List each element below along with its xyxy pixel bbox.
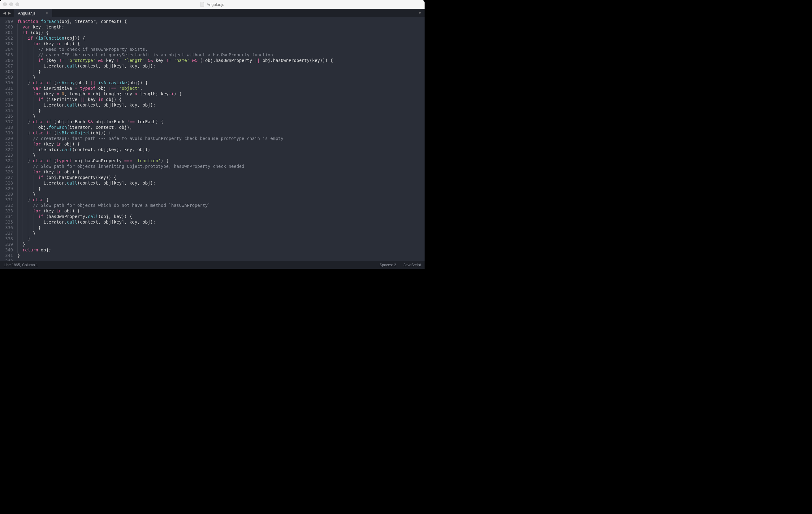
line-number: 304 bbox=[0, 47, 13, 52]
code-line[interactable]: iterator.call(context, obj[key], key, ob… bbox=[17, 180, 425, 186]
line-number: 309 bbox=[0, 74, 13, 80]
code-line[interactable]: } else if (obj.forEach && obj.forEach !=… bbox=[17, 119, 425, 125]
code-line[interactable]: // Slow path for objects which do not ha… bbox=[17, 202, 425, 208]
line-number-gutter: 2993003013023033043053063073083093103113… bbox=[0, 17, 17, 261]
line-number: 317 bbox=[0, 119, 13, 125]
line-number: 337 bbox=[0, 231, 13, 236]
line-number: 334 bbox=[0, 214, 13, 219]
line-number: 329 bbox=[0, 186, 13, 191]
code-line[interactable]: // createMap() fast path --- Safe to avo… bbox=[17, 136, 425, 141]
window-title: Angular.js bbox=[200, 2, 224, 7]
line-number: 323 bbox=[0, 152, 13, 158]
code-content[interactable]: function forEach(obj, iterator, context)… bbox=[17, 17, 425, 261]
code-line[interactable]: // Slow path for objects inheriting Obje… bbox=[17, 163, 425, 169]
code-line[interactable]: } bbox=[17, 74, 425, 80]
code-line[interactable]: iterator.call(context, obj[key], key, ob… bbox=[17, 63, 425, 69]
line-number: 339 bbox=[0, 242, 13, 247]
code-line[interactable]: if (isFunction(obj)) { bbox=[17, 35, 425, 41]
line-number: 321 bbox=[0, 141, 13, 147]
code-line[interactable]: // as on IE8 the result of querySelector… bbox=[17, 52, 425, 58]
code-line[interactable]: } else { bbox=[17, 197, 425, 202]
line-number: 312 bbox=[0, 91, 13, 97]
code-line[interactable]: // Need to check if hasOwnProperty exist… bbox=[17, 47, 425, 52]
code-line[interactable]: } bbox=[17, 236, 425, 242]
line-number: 319 bbox=[0, 130, 13, 136]
line-number: 316 bbox=[0, 113, 13, 119]
line-number: 333 bbox=[0, 208, 13, 214]
code-line[interactable]: for (key = 0, length = obj.length; key <… bbox=[17, 91, 425, 97]
language-mode[interactable]: JavaScript bbox=[404, 263, 421, 267]
code-line[interactable]: iterator.call(context, obj[key], key, ob… bbox=[17, 219, 425, 225]
code-line[interactable]: iterator.call(context, obj[key], key, ob… bbox=[17, 102, 425, 108]
code-line[interactable]: } bbox=[17, 242, 425, 247]
statusbar: Line 1865, Column 1 Spaces: 2 JavaScript bbox=[0, 261, 425, 269]
indentation-setting[interactable]: Spaces: 2 bbox=[380, 263, 396, 267]
code-line[interactable]: if (key != 'prototype' && key != 'length… bbox=[17, 58, 425, 63]
code-line[interactable]: } bbox=[17, 113, 425, 119]
editor-window: Angular.js ◀ ▶ Angular.js × ▼ 2993003013… bbox=[0, 0, 425, 269]
zoom-window-button[interactable] bbox=[16, 2, 19, 6]
code-line[interactable]: } bbox=[17, 108, 425, 113]
tabbar-menu[interactable]: ▼ bbox=[415, 9, 425, 17]
code-line[interactable]: if (obj) { bbox=[17, 30, 425, 35]
line-number: 325 bbox=[0, 163, 13, 169]
line-number: 301 bbox=[0, 30, 13, 35]
line-number: 327 bbox=[0, 174, 13, 180]
line-number: 300 bbox=[0, 24, 13, 30]
code-line[interactable]: } bbox=[17, 231, 425, 236]
code-line[interactable]: return obj; bbox=[17, 247, 425, 253]
code-line[interactable]: } bbox=[17, 69, 425, 74]
code-line[interactable]: } bbox=[17, 191, 425, 197]
close-window-button[interactable] bbox=[3, 2, 7, 6]
code-line[interactable]: } bbox=[17, 253, 425, 258]
line-number: 310 bbox=[0, 80, 13, 85]
line-number: 338 bbox=[0, 236, 13, 242]
line-number: 328 bbox=[0, 180, 13, 186]
line-number: 314 bbox=[0, 102, 13, 108]
code-line[interactable]: } bbox=[17, 152, 425, 158]
line-number: 307 bbox=[0, 63, 13, 69]
code-line[interactable]: var isPrimitive = typeof obj !== 'object… bbox=[17, 85, 425, 91]
cursor-position[interactable]: Line 1865, Column 1 bbox=[4, 263, 38, 267]
line-number: 299 bbox=[0, 19, 13, 24]
line-number: 318 bbox=[0, 125, 13, 130]
titlebar[interactable]: Angular.js bbox=[0, 0, 425, 9]
tabbar: ◀ ▶ Angular.js × ▼ bbox=[0, 9, 425, 17]
code-line[interactable]: var key, length; bbox=[17, 24, 425, 30]
code-line[interactable]: obj.forEach(iterator, context, obj); bbox=[17, 125, 425, 130]
code-line[interactable]: if (isPrimitive || key in obj) { bbox=[17, 97, 425, 102]
code-line[interactable]: for (key in obj) { bbox=[17, 41, 425, 47]
code-line[interactable]: if (hasOwnProperty.call(obj, key)) { bbox=[17, 214, 425, 219]
window-controls bbox=[3, 2, 19, 6]
line-number: 315 bbox=[0, 108, 13, 113]
line-number: 322 bbox=[0, 147, 13, 152]
code-editor[interactable]: 2993003013023033043053063073083093103113… bbox=[0, 17, 425, 261]
code-line[interactable]: } bbox=[17, 225, 425, 231]
code-line[interactable]: function forEach(obj, iterator, context)… bbox=[17, 19, 425, 24]
code-line[interactable]: } else if (typeof obj.hasOwnProperty ===… bbox=[17, 158, 425, 163]
code-line[interactable]: } else if (isBlankObject(obj)) { bbox=[17, 130, 425, 136]
nav-arrows: ◀ ▶ bbox=[0, 9, 13, 17]
code-line[interactable]: } bbox=[17, 186, 425, 191]
code-line[interactable]: if (obj.hasOwnProperty(key)) { bbox=[17, 174, 425, 180]
minimize-window-button[interactable] bbox=[9, 2, 13, 6]
line-number: 340 bbox=[0, 247, 13, 253]
code-line[interactable]: for (key in obj) { bbox=[17, 208, 425, 214]
code-line[interactable] bbox=[17, 258, 425, 261]
tab-angular-js[interactable]: Angular.js × bbox=[13, 9, 53, 17]
line-number: 320 bbox=[0, 136, 13, 141]
nav-back-button[interactable]: ◀ bbox=[2, 11, 7, 15]
nav-forward-button[interactable]: ▶ bbox=[7, 11, 12, 15]
code-line[interactable]: iterator.call(context, obj[key], key, ob… bbox=[17, 147, 425, 152]
code-line[interactable]: for (key in obj) { bbox=[17, 169, 425, 174]
line-number: 341 bbox=[0, 253, 13, 258]
line-number: 331 bbox=[0, 197, 13, 202]
code-line[interactable]: } else if (isArray(obj) || isArrayLike(o… bbox=[17, 80, 425, 85]
line-number: 335 bbox=[0, 219, 13, 225]
tab-label: Angular.js bbox=[18, 11, 36, 16]
tab-close-button[interactable]: × bbox=[46, 10, 48, 16]
code-line[interactable]: for (key in obj) { bbox=[17, 141, 425, 147]
line-number: 342 bbox=[0, 258, 13, 261]
line-number: 303 bbox=[0, 41, 13, 47]
line-number: 308 bbox=[0, 69, 13, 74]
